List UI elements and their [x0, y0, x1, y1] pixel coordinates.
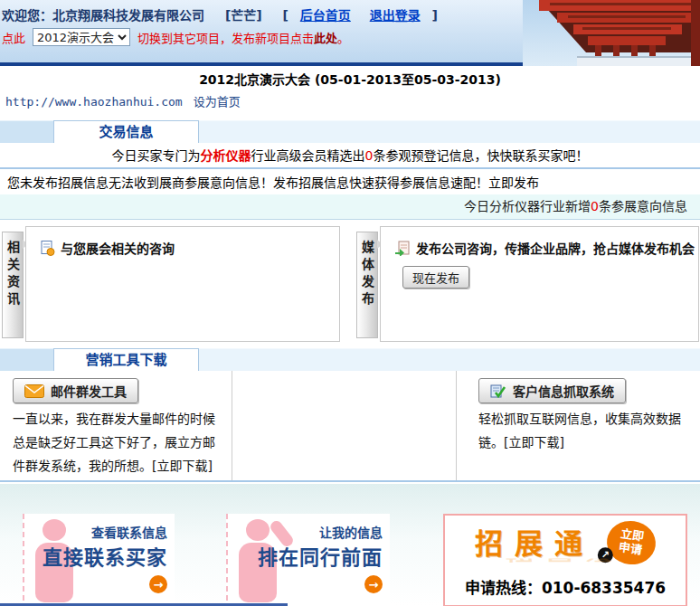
page-header: 欢迎您：北京翔展科技发展有限公司 [芒芒] [ 后台首页 退出登录 ] 点此 2… — [0, 0, 700, 66]
media-publish-vtab[interactable]: 媒体发布 — [356, 232, 378, 338]
email-tool-download-link[interactable]: [立即下载] — [152, 459, 213, 473]
promo-rank-text: 让我的信息 排在同行前面 → — [258, 523, 383, 593]
envelope-icon — [24, 384, 44, 398]
tools-tabbar-left-strip — [0, 348, 53, 371]
orange-arrow-icon: → — [149, 575, 167, 593]
bracket-open: [ — [283, 8, 289, 23]
related-info-title-row: 与您展会相关的咨询 — [40, 239, 339, 257]
zzt-title: 招展通 — [475, 521, 594, 562]
media-publish-panel: 发布公司咨询，传播企业品牌，抢占媒体发布机会 现在发布 — [380, 226, 699, 342]
publish-now-button[interactable]: 现在发布 — [402, 266, 469, 289]
orange-arrow-icon: → — [364, 575, 383, 593]
welcome-text: 欢迎您：北京翔展科技发展有限公司 — [2, 8, 204, 23]
related-info-vtab[interactable]: 相关资讯 — [2, 232, 24, 338]
apply-hotline: 申请热线：010-68335476 — [445, 575, 686, 598]
related-info-title[interactable]: 与您展会相关的咨询 — [61, 239, 175, 257]
publish-warning: 您未发布招展信息无法收到展商参展意向信息！发布招展信息快速获得参展信息速配！立即… — [7, 171, 539, 194]
tabbar-left-strip — [0, 120, 53, 143]
tools-empty-column — [232, 371, 457, 480]
marketing-tools-section: 邮件群发工具 一直以来，我在群发大量邮件的时候总是缺乏好工具这下好了，展立方邮件… — [0, 371, 700, 482]
tab-trade-info[interactable]: 交易信息 — [53, 120, 199, 143]
bracket-close: ] — [432, 8, 438, 23]
set-home-link[interactable]: 设为首页 — [194, 95, 241, 109]
admin-home-link[interactable]: 后台首页 — [300, 8, 351, 23]
notice-industry: 分析仪器 — [201, 148, 251, 163]
zzt-title-reflection: 招展通 — [445, 559, 686, 567]
today-suffix: 条参展意向信息 — [599, 199, 687, 213]
hotline-label: 申请热线： — [465, 579, 542, 597]
event-title: 2012北京演示大会 (05-01-2013至05-03-2013) — [0, 70, 700, 90]
email-tool-desc: 一直以来，我在群发大量邮件的时候总是缺乏好工具这下好了，展立方邮件群发系统，我的… — [13, 407, 219, 478]
promo-contact-line1: 查看联系信息 — [43, 523, 167, 541]
logout-link[interactable]: 退出登录 — [370, 8, 421, 23]
media-publish-vtab-label: 媒体发布 — [358, 241, 376, 337]
grab-tool-button-label: 客户信息抓取系统 — [513, 382, 614, 400]
click-here-label: 点此 — [2, 29, 25, 46]
switch-text: 切换到其它项目，发布新项目点击 — [137, 29, 314, 46]
buyer-notice: 今日买家专门为分析仪器行业高级会员精选出0条参观预登记信息，快快联系买家吧！ — [0, 143, 700, 169]
project-switch-row: 点此 2012演示大会 切换到其它项目，发布新项目点击此处。 — [2, 28, 349, 46]
grab-tool-desc: 轻松抓取互联网信息，收集高效数据链。[立即下载] — [478, 407, 687, 454]
tools-tab-bar: 营销工具下载 — [0, 348, 700, 371]
email-tool-column: 邮件群发工具 一直以来，我在群发大量邮件的时候总是缺乏好工具这下好了，展立方邮件… — [0, 371, 232, 480]
related-info-vtab-label: 相关资讯 — [4, 241, 22, 337]
notice-prefix: 今日买家专门为 — [112, 148, 201, 163]
email-tool-button-label: 邮件群发工具 — [51, 382, 127, 400]
welcome-row: 欢迎您：北京翔展科技发展有限公司 [芒芒] [ 后台首页 退出登录 ] — [2, 5, 438, 24]
site-url[interactable]: http://www.haozhanhui.com — [5, 95, 183, 109]
grab-tool-column: 客户信息抓取系统 轻松抓取互联网信息，收集高效数据链。[立即下载] — [457, 371, 700, 480]
today-count: 0 — [591, 199, 599, 213]
apply-badge-line2: 申请 — [618, 540, 643, 556]
tab-marketing-tools-label: 营销工具下载 — [85, 352, 166, 368]
today-intent-band: 今日分析仪器行业新增0条参展意向信息 — [0, 194, 700, 220]
hotline-number: 010-68335476 — [542, 579, 666, 597]
tab-trade-info-label: 交易信息 — [99, 124, 153, 140]
zzt-title-row: 招展通 立即 申请 ↗ — [445, 516, 686, 564]
media-publish-title-row: 发布公司咨询，传播企业品牌，抢占媒体发布机会 — [394, 239, 698, 257]
site-url-row: http://www.haozhanhui.com 设为首页 — [5, 92, 241, 109]
promo-contact-text: 查看联系信息 直接联系买家 → — [43, 523, 167, 593]
promo-rank-first[interactable]: 让我的信息 排在同行前面 → — [226, 514, 390, 606]
publish-now-link[interactable]: 立即发布 — [488, 175, 539, 190]
document-icon — [40, 241, 55, 256]
promo-rank-line2: 排在同行前面 — [258, 541, 383, 570]
switch-end: 。 — [337, 29, 349, 46]
notice-mid: 行业高级会员精选出 — [251, 148, 365, 163]
today-prefix: 今日分析仪器行业新增 — [464, 199, 591, 213]
promo-contact-line2: 直接联系买家 — [43, 541, 167, 570]
promo-banner-section: 查看联系信息 直接联系买家 → 让我的信息 排在同行前面 → 招展通 立即 申请… — [0, 484, 700, 606]
media-publish-title: 发布公司咨询，传播企业品牌，抢占媒体发布机会 — [416, 239, 695, 257]
grab-tool-download-link[interactable]: [立即下载] — [504, 435, 564, 450]
grab-tool-button[interactable]: 客户信息抓取系统 — [478, 378, 626, 403]
promo-zhaozhantong[interactable]: 招展通 立即 申请 ↗ 招展通 申请热线：010-68335476 — [443, 514, 687, 606]
project-select[interactable]: 2012演示大会 — [33, 28, 130, 46]
publish-page-icon — [394, 241, 411, 256]
promo-rank-line1: 让我的信息 — [258, 523, 383, 541]
china-pavilion-image — [523, 0, 700, 66]
tabbar-right-strip — [199, 120, 700, 143]
tab-marketing-tools[interactable]: 营销工具下载 — [53, 348, 199, 371]
warning-text: 您未发布招展信息无法收到展商参展意向信息！发布招展信息快速获得参展信息速配！ — [7, 175, 488, 190]
related-info-panel: 与您展会相关的咨询 — [25, 226, 340, 342]
email-tool-button[interactable]: 邮件群发工具 — [13, 378, 138, 403]
capture-check-icon — [490, 384, 506, 398]
user-nickname: [芒芒] — [225, 8, 262, 23]
promo-contact-buyers[interactable]: 查看联系信息 直接联系买家 → — [23, 514, 175, 606]
trade-tab-bar: 交易信息 — [0, 120, 700, 143]
switch-here-link[interactable]: 此处 — [314, 29, 337, 46]
tools-tabbar-right-strip — [199, 348, 700, 371]
notice-suffix: 条参观预登记信息，快快联系买家吧！ — [373, 148, 588, 163]
